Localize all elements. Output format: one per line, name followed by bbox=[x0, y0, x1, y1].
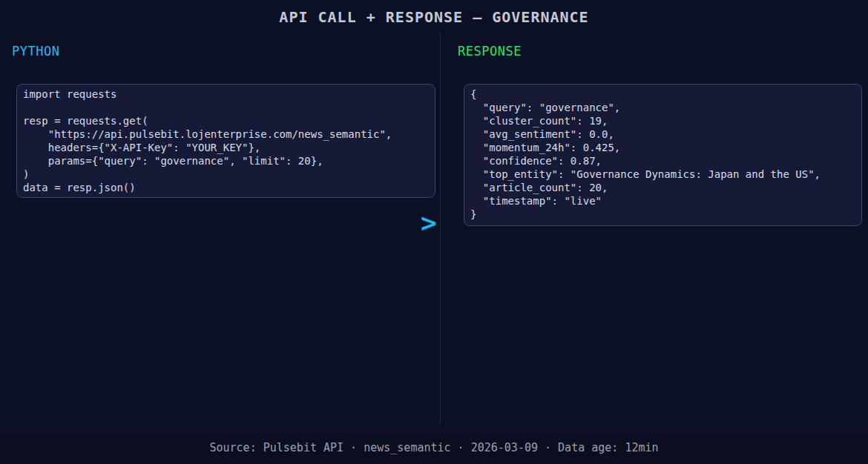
response-panel-label: RESPONSE bbox=[458, 44, 522, 59]
python-code-panel: import requests resp = requests.get( "ht… bbox=[16, 84, 435, 198]
footer-bar: Source: Pulsebit API · news_semantic · 2… bbox=[0, 436, 868, 464]
source-attribution: Source: Pulsebit API · news_semantic · 2… bbox=[0, 441, 868, 454]
column-divider bbox=[440, 32, 441, 425]
python-code-text: import requests resp = requests.get( "ht… bbox=[23, 87, 429, 194]
flow-arrow-icon: > bbox=[421, 210, 437, 236]
response-json-text: { "query": "governance", "cluster_count"… bbox=[470, 87, 855, 221]
page-title: API CALL + RESPONSE — GOVERNANCE bbox=[0, 8, 868, 26]
response-json-panel: { "query": "governance", "cluster_count"… bbox=[464, 84, 862, 226]
python-panel-label: PYTHON bbox=[12, 44, 59, 59]
api-demo-screen: API CALL + RESPONSE — GOVERNANCE PYTHON … bbox=[0, 0, 868, 464]
